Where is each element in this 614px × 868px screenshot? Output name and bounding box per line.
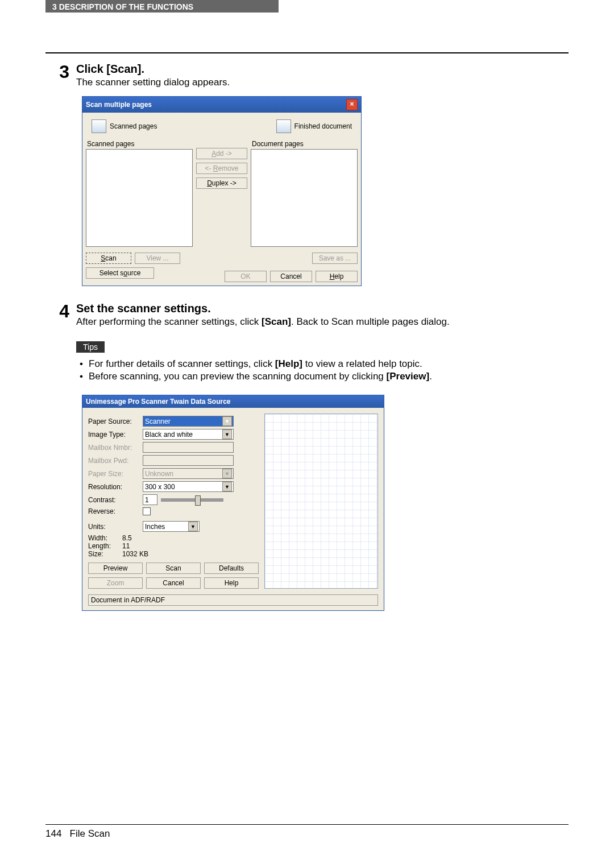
step-body: Set the scanner settings. After performi… — [76, 302, 569, 611]
document-group-label: Document pages — [252, 140, 358, 148]
tips-badge: Tips — [76, 341, 105, 353]
step-title: Set the scanner settings. — [76, 302, 569, 315]
document-pages-column: Document pages — [251, 139, 358, 247]
section-header: 3 DESCRIPTION OF THE FUNCTIONS — [45, 0, 279, 13]
twain-form: Paper Source: Scanner▼ Image Type: Black… — [82, 408, 264, 594]
preview-button[interactable]: Preview — [88, 563, 143, 574]
length-value: 11 — [122, 542, 130, 550]
chevron-down-icon: ▼ — [222, 482, 232, 491]
contrast-value[interactable]: 1 — [143, 494, 157, 505]
size-value: 1032 KB — [122, 550, 148, 558]
dimensions-block: Width:8.5 Length:11 Size:1032 KB — [88, 534, 259, 558]
scanned-pages-header: Scanned pages — [92, 119, 157, 133]
mailbox-pwd-label: Mailbox Pwd: — [88, 457, 139, 465]
image-type-select[interactable]: Black and white▼ — [143, 429, 234, 440]
scan-button[interactable]: Scan — [86, 253, 131, 264]
list-item: Before scanning, you can preview the sca… — [89, 371, 569, 383]
paper-size-select: Unknown▼ — [143, 468, 234, 479]
scanned-pages-label: Scanned pages — [110, 122, 157, 130]
step-4: 4 Set the scanner settings. After perfor… — [45, 302, 569, 611]
reverse-checkbox[interactable] — [143, 507, 151, 515]
dialog-titlebar: Unimessage Pro Scanner Twain Data Source — [82, 395, 384, 408]
scanner-icon — [92, 119, 106, 133]
help-button[interactable]: Help — [204, 577, 259, 589]
dialog-body: Scanned pages Finished document Scanned … — [82, 113, 361, 286]
units-label: Units: — [88, 523, 139, 531]
page-footer: 144 File Scan — [45, 824, 569, 840]
step-number: 4 — [45, 302, 76, 611]
chapter-name: File Scan — [70, 828, 110, 839]
tips-list: For further details of scanner settings,… — [76, 358, 569, 383]
document-page: 3 DESCRIPTION OF THE FUNCTIONS 3 Click [… — [0, 0, 614, 868]
help-button[interactable]: Help — [316, 271, 358, 282]
save-as-button[interactable]: Save as ... — [312, 253, 358, 264]
preview-area[interactable] — [264, 414, 378, 589]
mailbox-num-label: Mailbox Nmbr: — [88, 444, 139, 452]
document-pages-listbox[interactable] — [251, 149, 358, 247]
document-icon — [276, 119, 291, 133]
finished-document-label: Finished document — [294, 122, 352, 130]
reverse-label: Reverse: — [88, 507, 139, 515]
chevron-down-icon: ▼ — [222, 469, 232, 478]
dialog-titlebar: Scan multiple pages × — [82, 97, 361, 113]
resolution-label: Resolution: — [88, 483, 139, 491]
chevron-down-icon: ▼ — [188, 522, 198, 531]
mailbox-pwd-input — [143, 455, 234, 466]
step-body: Click [Scan]. The scanner setting dialog… — [76, 63, 569, 286]
width-value: 8.5 — [122, 534, 132, 542]
length-label: Length: — [88, 542, 122, 550]
chevron-down-icon: ▼ — [222, 416, 232, 426]
scanned-pages-listbox[interactable] — [86, 149, 193, 247]
contrast-slider[interactable] — [161, 498, 223, 502]
twain-dialog: Unimessage Pro Scanner Twain Data Source… — [82, 395, 384, 611]
cancel-button[interactable]: Cancel — [270, 271, 312, 282]
duplex-button[interactable]: Duplex -> — [196, 177, 247, 189]
remove-button[interactable]: <- Remove — [196, 163, 247, 174]
units-select[interactable]: Inches▼ — [143, 521, 200, 532]
paper-source-select[interactable]: Scanner▼ — [143, 416, 234, 427]
contrast-label: Contrast: — [88, 496, 139, 504]
image-type-label: Image Type: — [88, 431, 139, 439]
size-label: Size: — [88, 550, 122, 558]
step-desc: The scanner setting dialog appears. — [76, 77, 569, 88]
close-icon[interactable]: × — [346, 99, 358, 110]
step-title: Click [Scan]. — [76, 63, 569, 76]
add-button[interactable]: Add -> — [196, 148, 247, 159]
paper-source-label: Paper Source: — [88, 418, 139, 425]
dialog-title-text: Scan multiple pages — [86, 101, 152, 109]
cancel-button[interactable]: Cancel — [146, 577, 201, 589]
step-desc: After performing the scanner settings, c… — [76, 316, 569, 328]
resolution-select[interactable]: 300 x 300▼ — [143, 481, 234, 492]
list-item: For further details of scanner settings,… — [89, 358, 569, 371]
chevron-down-icon: ▼ — [222, 429, 232, 439]
status-bar: Document in ADF/RADF — [88, 594, 378, 606]
defaults-button[interactable]: Defaults — [204, 563, 259, 574]
ok-button[interactable]: OK — [225, 271, 267, 282]
scan-multiple-pages-dialog: Scan multiple pages × Scanned pages Fini… — [82, 96, 362, 286]
select-source-button[interactable]: Select source — [86, 267, 154, 279]
zoom-button[interactable]: Zoom — [88, 577, 143, 589]
step-number: 3 — [45, 63, 76, 286]
scanned-pages-column: Scanned pages — [86, 139, 193, 247]
scanned-group-label: Scanned pages — [87, 140, 193, 148]
transfer-buttons: Add -> <- Remove Duplex -> — [196, 139, 247, 247]
step-3: 3 Click [Scan]. The scanner setting dial… — [45, 63, 569, 286]
paper-size-label: Paper Size: — [88, 470, 139, 478]
width-label: Width: — [88, 534, 122, 542]
view-button[interactable]: View ... — [135, 253, 180, 264]
finished-doc-header: Finished document — [276, 119, 352, 133]
scan-button[interactable]: Scan — [146, 563, 201, 574]
mailbox-num-input — [143, 442, 234, 453]
content-area: 3 Click [Scan]. The scanner setting dial… — [45, 52, 569, 611]
page-number: 144 — [45, 828, 61, 839]
